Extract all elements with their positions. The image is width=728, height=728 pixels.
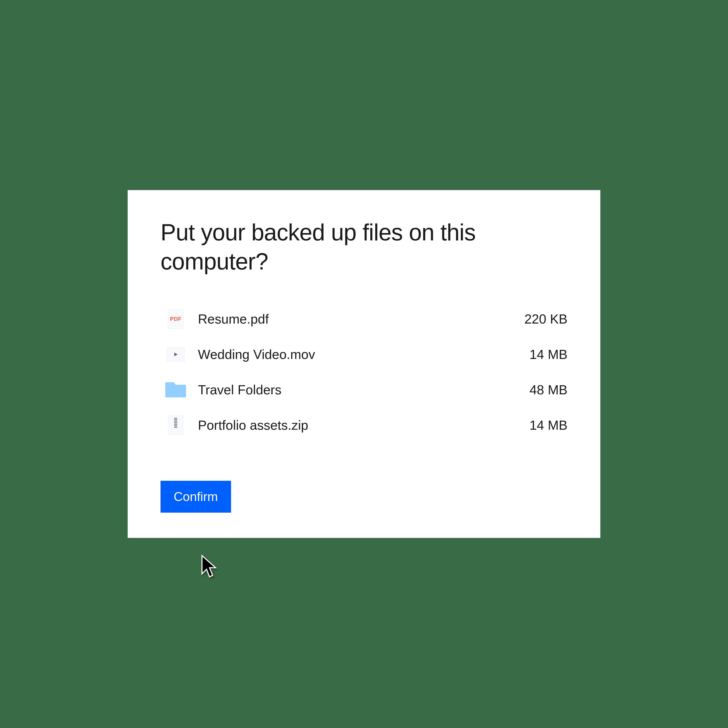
file-size: 14 MB [529, 418, 567, 433]
zip-file-icon [165, 415, 186, 435]
dialog-title: Put your backed up files on this compute… [161, 218, 567, 276]
file-name: Resume.pdf [198, 311, 512, 327]
file-name: Portfolio assets.zip [198, 418, 517, 433]
file-size: 48 MB [529, 382, 567, 398]
file-row[interactable]: Portfolio assets.zip 14 MB [165, 415, 567, 435]
file-row[interactable]: Travel Folders 48 MB [165, 380, 567, 400]
cursor-pointer-icon [200, 554, 219, 578]
video-file-icon [165, 344, 186, 364]
file-name: Travel Folders [198, 382, 517, 398]
restore-backup-dialog: Put your backed up files on this compute… [128, 190, 600, 538]
file-size: 220 KB [524, 311, 567, 327]
file-size: 14 MB [529, 347, 567, 362]
folder-icon [165, 380, 186, 400]
file-list: PDF Resume.pdf 220 KB Wedding Video.mov … [161, 309, 567, 435]
file-row[interactable]: PDF Resume.pdf 220 KB [165, 309, 567, 329]
file-row[interactable]: Wedding Video.mov 14 MB [165, 344, 567, 364]
pdf-file-icon: PDF [165, 309, 186, 329]
file-name: Wedding Video.mov [198, 347, 517, 362]
confirm-button[interactable]: Confirm [161, 481, 231, 512]
